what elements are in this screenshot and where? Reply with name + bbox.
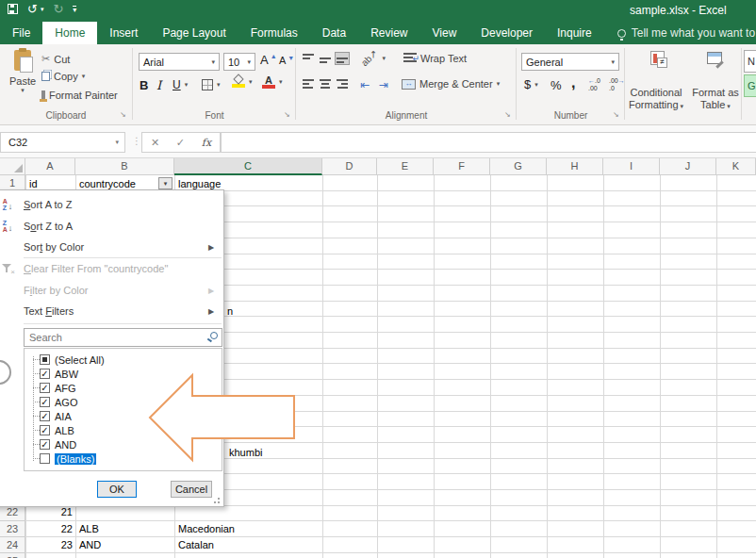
save-icon[interactable] [8,4,18,14]
checkbox-indeterminate-icon[interactable] [40,354,50,365]
font-family-select[interactable]: Arial ▾ [139,53,220,71]
conditional-formatting-label[interactable]: Conditional Formatting ▾ [626,87,686,112]
decrease-indent-button[interactable]: ⇤ [360,78,370,91]
shrink-font-button[interactable]: A▼ [279,55,294,66]
cell-C24[interactable]: Catalan [178,537,214,553]
cell-C23[interactable]: Macedonian [178,521,235,537]
tab-inquire[interactable]: Inquire [545,22,604,44]
italic-button[interactable]: I [156,78,161,92]
cell-style-good[interactable]: G [744,74,756,97]
redo-icon[interactable]: ↻ [53,3,63,15]
checkbox-checked-icon[interactable]: ✓ [40,397,50,407]
checkbox-unchecked-icon[interactable] [40,453,50,464]
currency-button[interactable]: $▾ [524,77,538,91]
row-header-25[interactable]: 25 [0,553,25,558]
checkbox-checked-icon[interactable]: ✓ [40,439,50,450]
cell-B24[interactable]: AND [79,537,101,553]
grow-font-button[interactable]: A▲ [260,53,277,67]
menu-item-sort-a-to[interactable]: AZ↓Sort A to Z [0,194,223,215]
checkbox-checked-icon[interactable]: ✓ [40,425,50,435]
format-as-table-label[interactable]: Format as Table ▾ [688,87,743,112]
clipboard-dialog-launcher-icon[interactable]: ↘ [120,110,126,119]
fill-color-button[interactable]: ▾ [232,75,253,88]
merge-center-button[interactable]: ↔ Merge & Center ▾ [402,78,500,90]
column-header-d[interactable]: D [322,158,377,174]
paste-button[interactable]: Paste ▾ [8,50,38,112]
align-middle-button[interactable] [319,53,332,64]
cancel-button[interactable]: Cancel [171,481,212,498]
number-format-select[interactable]: General ▾ [521,53,619,71]
column-header-a[interactable]: A [25,158,75,174]
tab-formulas[interactable]: Formulas [238,22,310,44]
align-top-button[interactable] [302,53,315,64]
column-header-e[interactable]: E [377,158,434,174]
row-header-23[interactable]: 23 [0,521,25,537]
tab-developer[interactable]: Developer [468,22,545,44]
customize-quick-access-icon[interactable]: ▾ [73,6,76,13]
increase-decimal-button[interactable]: ←.0.00 [588,77,600,92]
formula-input[interactable] [221,132,756,153]
menu-item-text-filters[interactable]: Text Filters▶ [0,301,223,321]
column-header-f[interactable]: F [434,158,490,174]
align-bottom-button[interactable] [336,53,349,64]
name-box-chevron-icon[interactable]: ▾ [115,133,119,152]
cell-B23[interactable]: ALB [79,521,99,537]
conditional-formatting-button[interactable] [650,51,665,65]
insert-function-icon[interactable]: fx [202,137,211,149]
align-right-button[interactable] [336,78,349,90]
decrease-decimal-button[interactable]: .00→.0 [609,77,625,92]
menu-item-sort-z-to[interactable]: ZA↓Sort Z to A [0,216,223,237]
checkbox-checked-icon[interactable]: ✓ [40,369,50,379]
tell-me-box[interactable]: Tell me what you want to do... [617,22,756,44]
align-center-button[interactable] [319,78,332,90]
tab-home[interactable]: Home [42,22,97,44]
format-as-table-button[interactable] [707,52,722,64]
undo-chevron-icon[interactable]: ▾ [41,6,44,13]
percent-style-button[interactable]: % [551,78,562,92]
tab-data[interactable]: Data [310,22,358,44]
borders-button[interactable]: ▾ [202,79,221,90]
column-header-b[interactable]: B [75,158,174,174]
format-painter-button[interactable]: Format Painter [41,90,118,101]
bold-button[interactable]: B [140,78,148,92]
cell-A23[interactable]: 22 [25,521,73,537]
resize-grip-icon[interactable] [213,497,220,503]
align-left-button[interactable] [302,78,315,90]
column-header-g[interactable]: G [490,158,547,174]
column-header-j[interactable]: J [660,158,716,174]
underline-button[interactable]: U▾ [173,78,188,91]
row-header-24[interactable]: 24 [0,537,25,553]
font-color-button[interactable]: A ▾ [262,75,283,89]
cancel-entry-icon[interactable]: ✕ [151,137,159,149]
column-header-k[interactable]: K [716,158,756,174]
tab-page-layout[interactable]: Page Layout [150,22,238,44]
menu-item-sort-by-color[interactable]: Sort by Color▶ [0,237,223,257]
column-header-h[interactable]: H [547,158,603,174]
cell-A24[interactable]: 23 [25,537,73,553]
tab-review[interactable]: Review [358,22,419,44]
column-header-c[interactable]: C [174,158,322,175]
select-all-corner[interactable] [0,158,25,174]
enter-entry-icon[interactable]: ✓ [176,137,185,149]
wrap-text-button[interactable]: ↵ Wrap Text [403,53,467,64]
cell-style-normal[interactable]: N [744,50,756,73]
checkbox-checked-icon[interactable]: ✓ [40,383,50,393]
tab-file[interactable]: File [0,22,42,44]
checkbox-checked-icon[interactable]: ✓ [40,411,50,421]
copy-button[interactable]: Copy ▾ [41,71,85,82]
orientation-button[interactable]: ab↗▾ [360,53,386,63]
number-dialog-launcher-icon[interactable]: ↘ [613,110,619,119]
font-dialog-launcher-icon[interactable]: ↘ [284,110,290,119]
name-box[interactable]: C32 ▾ [0,132,125,153]
filter-value-select-all[interactable]: (Select All) [25,353,222,367]
cut-button[interactable]: ✂ Cut [41,53,70,65]
font-size-select[interactable]: 10 ▾ [223,53,255,71]
increase-indent-button[interactable]: ⇥ [379,78,388,91]
ok-button[interactable]: OK [97,481,137,498]
filter-dropdown-button[interactable]: ▾ [158,177,173,189]
alignment-dialog-launcher-icon[interactable]: ↘ [504,110,511,119]
undo-icon[interactable]: ↺ [27,3,38,15]
search-input[interactable] [24,328,222,347]
tab-insert[interactable]: Insert [97,22,150,44]
comma-style-button[interactable]: , [571,74,575,91]
